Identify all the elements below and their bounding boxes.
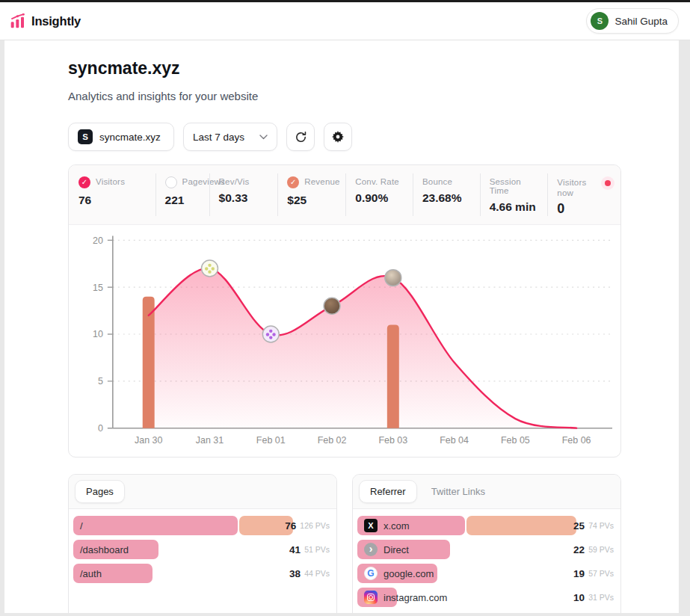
- row-pageviews-value: 51 PVs: [304, 545, 330, 554]
- stat-bounce[interactable]: Bounce23.68%: [413, 165, 480, 224]
- pageviews-bar: [466, 516, 576, 535]
- svg-text:Feb 02: Feb 02: [318, 435, 347, 446]
- tab-twitter-links[interactable]: Twitter Links: [420, 480, 496, 503]
- row-label: Direct: [383, 544, 409, 555]
- visitors-bar: Ggoogle.com: [357, 564, 437, 583]
- refresh-button[interactable]: [286, 123, 315, 151]
- svg-text:Feb 04: Feb 04: [440, 435, 469, 446]
- list-item[interactable]: /dashboard4151 PVs: [73, 540, 332, 559]
- visitors-bar: /dashboard: [73, 540, 158, 559]
- tab-referrer[interactable]: Referrer: [359, 480, 417, 503]
- stat-value: 221: [165, 194, 203, 207]
- stat-label: Bounce: [422, 176, 452, 186]
- user-menu-button[interactable]: S Sahil Gupta: [586, 8, 679, 34]
- brand[interactable]: Insightly: [10, 13, 81, 28]
- stat-revenue[interactable]: ✓Revenue$25: [277, 165, 345, 224]
- list-item[interactable]: Ggoogle.com1957 PVs: [357, 564, 616, 583]
- tab-pages[interactable]: Pages: [75, 480, 125, 503]
- traffic-chart[interactable]: 05101520Jan 30Jan 31Feb 01Feb 02Feb 03Fe…: [69, 225, 620, 457]
- revenue-checkbox-checked[interactable]: ✓: [287, 176, 299, 188]
- pages-list: /76126 PVs/dashboard4151 PVs/auth3844 PV…: [69, 509, 336, 594]
- main-container: syncmate.xyz Analytics and insights for …: [4, 40, 679, 613]
- stat-pageviews[interactable]: Pageviews221: [155, 165, 209, 224]
- svg-text:Feb 06: Feb 06: [562, 435, 591, 446]
- avatar-marker[interactable]: [262, 326, 279, 342]
- stat-visitors-now[interactable]: Visitors now0: [547, 165, 620, 224]
- svg-text:Feb 03: Feb 03: [378, 435, 407, 446]
- visitors-area: [149, 268, 576, 428]
- direct-arrow-icon: ›: [364, 543, 378, 556]
- refresh-icon: [295, 131, 307, 144]
- row-pageviews-value: 126 PVs: [300, 521, 330, 530]
- row-visitors-value: 10: [573, 592, 585, 603]
- row-pageviews-value: 31 PVs: [588, 593, 614, 602]
- list-item[interactable]: Xx.com2574 PVs: [357, 516, 616, 535]
- stat-value: 4.66 min: [490, 200, 542, 214]
- list-item[interactable]: /76126 PVs: [73, 516, 332, 535]
- stat-value: 0.90%: [355, 191, 407, 205]
- row-label: /: [80, 520, 83, 532]
- stat-value: 76: [78, 194, 150, 207]
- visitors-bar: ›Direct: [357, 540, 450, 559]
- stat-label: Conv. Rate: [355, 176, 399, 186]
- row-pageviews-value: 44 PVs: [304, 569, 330, 578]
- stat-value: 0: [557, 201, 614, 217]
- stat-session-time[interactable]: Session Time4.66 min: [480, 165, 548, 224]
- visitors-bar: /: [73, 516, 238, 535]
- row-visitors-value: 25: [573, 520, 585, 532]
- row-label: google.com: [383, 568, 434, 579]
- bottom-panels: Pages /76126 PVs/dashboard4151 PVs/auth3…: [68, 474, 621, 613]
- row-pageviews-value: 57 PVs: [588, 569, 614, 578]
- user-name: Sahil Gupta: [614, 16, 668, 27]
- stat-label: Visitors: [96, 176, 125, 186]
- stat-value: $25: [287, 194, 339, 207]
- avatar-marker[interactable]: [202, 260, 218, 277]
- stats-row: ✓Visitors76Pageviews221Rev/Vis$0.33✓Reve…: [69, 165, 620, 225]
- stat-label: Rev/Vis: [219, 176, 250, 186]
- row-label: /dashboard: [80, 544, 129, 555]
- google-icon: G: [364, 567, 378, 580]
- avatar-marker[interactable]: [385, 270, 401, 286]
- stat-rev-vis[interactable]: Rev/Vis$0.33: [209, 165, 278, 224]
- analytics-card: ✓Visitors76Pageviews221Rev/Vis$0.33✓Reve…: [68, 164, 621, 458]
- svg-text:20: 20: [93, 235, 103, 246]
- referrer-panel: ReferrerTwitter Links Xx.com2574 PVs›Dir…: [352, 474, 621, 613]
- settings-button[interactable]: [324, 123, 352, 151]
- referrer-list: Xx.com2574 PVs›Direct2259 PVsGgoogle.com…: [353, 509, 620, 613]
- stat-label: Session Time: [490, 176, 542, 195]
- x-icon: X: [364, 519, 378, 532]
- row-visitors-value: 41: [289, 544, 301, 555]
- pages-panel-header: Pages: [69, 475, 336, 509]
- row-label: /auth: [80, 568, 102, 579]
- instagram-icon: [364, 591, 378, 604]
- avatar-marker[interactable]: [324, 298, 340, 314]
- row-pageviews-value: 59 PVs: [588, 545, 614, 554]
- svg-text:0: 0: [98, 423, 103, 434]
- toolbar: S syncmate.xyz Last 7 days: [68, 123, 621, 151]
- brand-name: Insightly: [31, 14, 81, 28]
- pageviews-checkbox-unchecked[interactable]: [165, 176, 177, 188]
- page-title: syncmate.xyz: [68, 58, 621, 78]
- date-range-selector[interactable]: Last 7 days: [183, 123, 277, 151]
- svg-text:10: 10: [93, 330, 103, 340]
- svg-text:5: 5: [98, 376, 103, 386]
- list-item[interactable]: instagram.com1031 PVs: [357, 588, 616, 607]
- list-item[interactable]: ›Direct2259 PVs: [357, 540, 616, 559]
- date-range-value: Last 7 days: [193, 132, 253, 143]
- row-label: x.com: [383, 520, 410, 532]
- visitors-checkbox-checked[interactable]: ✓: [78, 176, 90, 188]
- referrer-panel-header: ReferrerTwitter Links: [353, 475, 620, 509]
- row-visitors-value: 76: [285, 520, 296, 532]
- svg-text:Feb 05: Feb 05: [501, 435, 530, 446]
- page-subtitle: Analytics and insights for your website: [68, 90, 621, 102]
- row-label: instagram.com: [383, 592, 447, 603]
- svg-text:15: 15: [93, 283, 103, 293]
- stat-conv-rate[interactable]: Conv. Rate0.90%: [345, 165, 413, 224]
- list-item[interactable]: /auth3844 PVs: [73, 564, 332, 583]
- row-visitors-value: 19: [573, 568, 585, 579]
- stat-label: Visitors now: [557, 176, 590, 199]
- site-selector[interactable]: S syncmate.xyz: [68, 123, 174, 151]
- chevron-down-icon: [259, 135, 268, 140]
- stat-visitors[interactable]: ✓Visitors76: [69, 165, 155, 224]
- visitors-bar: instagram.com: [357, 588, 397, 607]
